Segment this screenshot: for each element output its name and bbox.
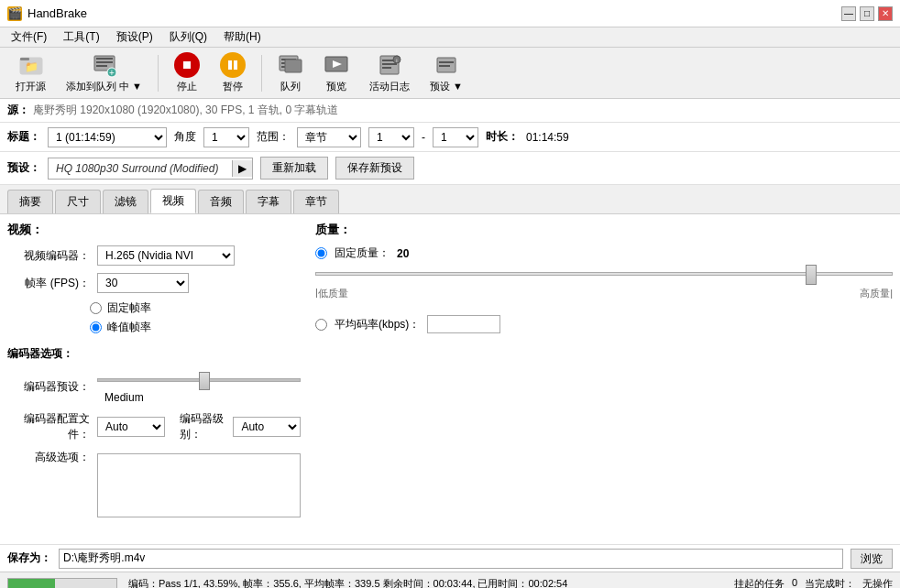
maximize-button[interactable]: □ — [860, 6, 874, 21]
title-label: 标题： — [7, 129, 40, 145]
quality-slider-thumb[interactable] — [806, 265, 817, 285]
tab-size[interactable]: 尺寸 — [55, 190, 101, 213]
pause-button[interactable]: 暂停 — [212, 48, 254, 98]
activity-log-button[interactable]: i 活动日志 — [361, 48, 418, 98]
svg-text:📁: 📁 — [24, 60, 38, 73]
left-panel: 视频： 视频编码器： H.265 (Nvidia NVI 帧率 (FPS)： 3… — [7, 222, 301, 537]
peak-fps-label: 峰值帧率 — [107, 320, 151, 335]
constant-quality-label: 固定质量： — [335, 245, 390, 261]
svg-rect-9 — [183, 61, 191, 69]
svg-rect-21 — [382, 63, 397, 65]
fixed-fps-radio[interactable] — [90, 302, 102, 314]
preset-select-container[interactable]: HQ 1080p30 Surround (Modified) ▶ — [48, 158, 253, 180]
video-section-title: 视频： — [7, 222, 301, 238]
menu-help[interactable]: 帮助(H) — [216, 27, 269, 47]
tab-filter[interactable]: 滤镜 — [103, 190, 148, 213]
app-title: HandBrake — [27, 6, 87, 20]
browse-button[interactable]: 浏览 — [851, 549, 893, 569]
menu-tools[interactable]: 工具(T) — [56, 27, 106, 47]
menu-file[interactable]: 文件(F) — [4, 27, 54, 47]
tab-summary[interactable]: 摘要 — [7, 190, 53, 213]
encoder-preset-slider[interactable] — [97, 378, 301, 382]
close-button[interactable]: ✕ — [878, 6, 893, 21]
angle-select[interactable]: 1 — [203, 127, 249, 147]
level-select[interactable]: Auto — [233, 417, 301, 437]
open-source-icon: 📁 — [18, 52, 44, 78]
stop-label: 停止 — [177, 80, 197, 93]
complete-label: 当完成时： — [805, 577, 855, 588]
avg-bitrate-input[interactable] — [427, 315, 500, 333]
constant-quality-radio[interactable] — [315, 247, 327, 259]
title-bar-left: 🎬 HandBrake — [7, 6, 87, 21]
fps-mode-group: 固定帧率 峰值帧率 — [90, 300, 301, 335]
title-select[interactable]: 1 (01:14:59) — [48, 127, 167, 147]
pause-icon — [220, 52, 246, 78]
queue-icon — [278, 52, 303, 78]
encoder-label: 视频编码器： — [7, 248, 90, 264]
stop-icon — [174, 52, 200, 78]
save-preset-button[interactable]: 保存新预设 — [335, 157, 414, 180]
svg-rect-11 — [234, 60, 237, 70]
advanced-options-textarea[interactable] — [97, 453, 301, 517]
range-select[interactable]: 章节 — [297, 127, 361, 147]
peak-fps-radio[interactable] — [90, 321, 102, 333]
svg-text:+: + — [109, 68, 115, 78]
tab-audio[interactable]: 音频 — [198, 190, 244, 213]
constant-quality-row: 固定质量： 20 — [315, 245, 893, 261]
tab-subtitle[interactable]: 字幕 — [246, 190, 291, 213]
svg-rect-4 — [96, 58, 113, 60]
svg-rect-5 — [96, 61, 113, 63]
level-label: 编码器级别： — [180, 411, 226, 442]
title-bar: 🎬 HandBrake — □ ✕ — [0, 0, 900, 27]
encoder-preset-label: 编码器预设： — [7, 379, 90, 395]
preview-label: 预览 — [326, 80, 346, 93]
range-label: 范围： — [257, 129, 290, 145]
pause-label: 暂停 — [223, 80, 243, 93]
tabs-bar: 摘要 尺寸 滤镜 视频 音频 字幕 章节 — [0, 185, 900, 214]
range-from-select[interactable]: 1 — [368, 127, 414, 147]
reload-preset-button[interactable]: 重新加载 — [260, 157, 328, 180]
preset-button[interactable]: 预设 ▼ — [422, 48, 471, 98]
preset-arrow-icon[interactable]: ▶ — [232, 160, 252, 177]
svg-rect-27 — [439, 65, 450, 67]
svg-rect-6 — [96, 65, 107, 67]
queue-value: 0 — [792, 577, 797, 588]
activity-log-label: 活动日志 — [369, 80, 410, 93]
quality-slider-track[interactable] — [315, 272, 893, 276]
encoder-select[interactable]: H.265 (Nvidia NVI — [97, 245, 235, 266]
open-source-label: 打开源 — [16, 80, 46, 93]
encoder-preset-thumb[interactable] — [199, 372, 210, 390]
high-quality-text: 高质量| — [860, 287, 893, 300]
save-label: 保存为： — [7, 550, 51, 566]
constant-quality-value: 20 — [397, 247, 409, 260]
duration-value: 01:14:59 — [526, 131, 569, 144]
range-to-select[interactable]: 1 — [433, 127, 478, 147]
range-dash: - — [422, 131, 425, 144]
profile-select[interactable]: Auto — [97, 417, 165, 437]
quality-section-title: 质量： — [315, 222, 893, 238]
svg-rect-10 — [228, 60, 232, 70]
preview-button[interactable]: 预览 — [315, 48, 357, 98]
open-source-button[interactable]: 📁 打开源 — [7, 48, 54, 98]
menu-queue[interactable]: 队列(Q) — [162, 27, 214, 47]
add-queue-button[interactable]: + 添加到队列 中 ▼ — [58, 48, 150, 98]
params-bar: 标题： 1 (01:14:59) 角度 1 范围： 章节 1 - 1 时长： 0… — [0, 123, 900, 152]
save-path-input[interactable] — [59, 549, 843, 569]
avg-bitrate-radio[interactable] — [315, 319, 327, 331]
minimize-button[interactable]: — — [841, 6, 856, 21]
tab-video[interactable]: 视频 — [150, 189, 196, 213]
svg-rect-16 — [285, 60, 302, 72]
menu-presets[interactable]: 预设(P) — [109, 27, 160, 47]
separator-2 — [261, 55, 262, 92]
queue-label: 队列 — [280, 80, 301, 93]
queue-button[interactable]: 队列 — [269, 48, 312, 98]
profile-row: 编码器配置文件： Auto 编码器级别： Auto — [7, 411, 301, 442]
svg-rect-22 — [382, 67, 391, 69]
complete-value: 无操作 — [862, 577, 893, 588]
stop-button[interactable]: 停止 — [166, 48, 208, 98]
tab-chapter[interactable]: 章节 — [293, 190, 339, 213]
preview-icon — [324, 52, 349, 78]
fps-select[interactable]: 30 — [97, 273, 189, 293]
preset-value: HQ 1080p30 Surround (Modified) — [49, 160, 232, 177]
angle-label: 角度 — [174, 129, 196, 145]
